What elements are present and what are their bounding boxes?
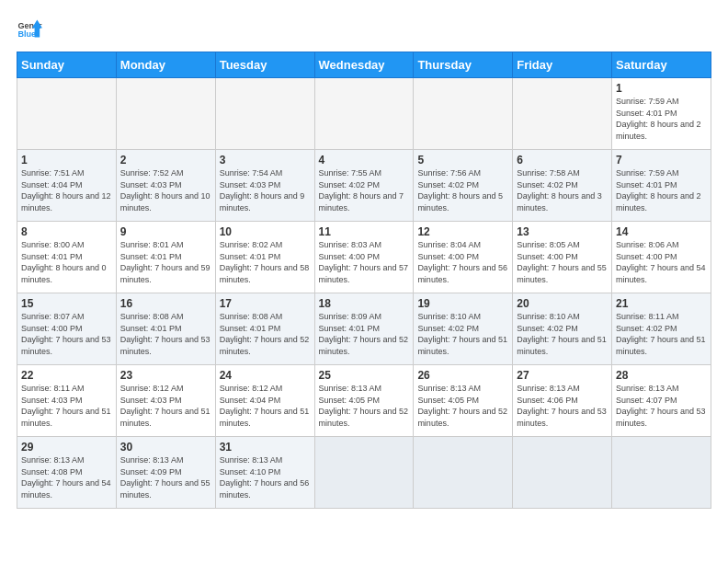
- day-number: 16: [120, 297, 211, 310]
- day-number: 10: [220, 225, 311, 238]
- day-info: Sunrise: 8:12 AM Sunset: 4:03 PM Dayligh…: [120, 383, 211, 429]
- calendar-cell: 27 Sunrise: 8:13 AM Sunset: 4:06 PM Dayl…: [513, 365, 612, 437]
- calendar-cell: 18 Sunrise: 8:09 AM Sunset: 4:01 PM Dayl…: [314, 293, 414, 365]
- calendar-cell: 6 Sunrise: 7:58 AM Sunset: 4:02 PM Dayli…: [513, 150, 612, 222]
- day-info: Sunrise: 8:06 AM Sunset: 4:00 PM Dayligh…: [616, 239, 707, 285]
- day-info: Sunrise: 8:01 AM Sunset: 4:01 PM Dayligh…: [120, 239, 211, 285]
- day-info: Sunrise: 8:13 AM Sunset: 4:06 PM Dayligh…: [517, 383, 608, 429]
- day-info: Sunrise: 7:59 AM Sunset: 4:01 PM Dayligh…: [616, 96, 707, 142]
- day-number: 23: [120, 369, 211, 382]
- day-info: Sunrise: 8:08 AM Sunset: 4:01 PM Dayligh…: [220, 311, 311, 357]
- day-info: Sunrise: 8:09 AM Sunset: 4:01 PM Dayligh…: [319, 311, 410, 357]
- calendar-cell: 29 Sunrise: 8:13 AM Sunset: 4:08 PM Dayl…: [17, 437, 117, 509]
- day-number: 14: [616, 225, 707, 238]
- day-info: Sunrise: 8:11 AM Sunset: 4:02 PM Dayligh…: [616, 311, 707, 357]
- calendar-cell: 30 Sunrise: 8:13 AM Sunset: 4:09 PM Dayl…: [116, 437, 215, 509]
- calendar-cell: [215, 78, 314, 150]
- calendar-cell: 8 Sunrise: 8:00 AM Sunset: 4:01 PM Dayli…: [17, 222, 117, 293]
- day-number: 18: [319, 297, 410, 310]
- day-number: 1: [616, 82, 707, 95]
- page: General Blue SundayMondayTuesdayWednesda…: [0, 0, 728, 518]
- logo-icon: General Blue: [17, 17, 42, 42]
- column-header-wednesday: Wednesday: [314, 52, 414, 78]
- day-info: Sunrise: 8:10 AM Sunset: 4:02 PM Dayligh…: [417, 311, 508, 357]
- day-info: Sunrise: 7:52 AM Sunset: 4:03 PM Dayligh…: [120, 167, 211, 213]
- calendar-cell: 10 Sunrise: 8:02 AM Sunset: 4:01 PM Dayl…: [215, 222, 314, 293]
- calendar-cell: 9 Sunrise: 8:01 AM Sunset: 4:01 PM Dayli…: [116, 222, 215, 293]
- logo: General Blue: [17, 17, 42, 42]
- day-number: 7: [616, 154, 707, 167]
- calendar-cell: 1 Sunrise: 7:59 AM Sunset: 4:01 PM Dayli…: [612, 78, 711, 150]
- day-info: Sunrise: 8:04 AM Sunset: 4:00 PM Dayligh…: [417, 239, 508, 285]
- day-info: Sunrise: 8:12 AM Sunset: 4:04 PM Dayligh…: [220, 383, 311, 429]
- day-info: Sunrise: 7:51 AM Sunset: 4:04 PM Dayligh…: [21, 167, 112, 213]
- day-info: Sunrise: 7:56 AM Sunset: 4:02 PM Dayligh…: [417, 167, 508, 213]
- day-number: 31: [220, 441, 311, 454]
- column-header-friday: Friday: [513, 52, 612, 78]
- calendar-cell: 13 Sunrise: 8:05 AM Sunset: 4:00 PM Dayl…: [513, 222, 612, 293]
- day-info: Sunrise: 8:13 AM Sunset: 4:05 PM Dayligh…: [319, 383, 410, 429]
- calendar-cell: 16 Sunrise: 8:08 AM Sunset: 4:01 PM Dayl…: [116, 293, 215, 365]
- calendar-cell: 11 Sunrise: 8:03 AM Sunset: 4:00 PM Dayl…: [314, 222, 414, 293]
- calendar-cell: 19 Sunrise: 8:10 AM Sunset: 4:02 PM Dayl…: [414, 293, 513, 365]
- calendar-cell: 4 Sunrise: 7:55 AM Sunset: 4:02 PM Dayli…: [314, 150, 414, 222]
- day-info: Sunrise: 7:54 AM Sunset: 4:03 PM Dayligh…: [220, 167, 311, 213]
- calendar-cell: 3 Sunrise: 7:54 AM Sunset: 4:03 PM Dayli…: [215, 150, 314, 222]
- day-info: Sunrise: 8:13 AM Sunset: 4:09 PM Dayligh…: [120, 454, 211, 500]
- calendar-cell: 28 Sunrise: 8:13 AM Sunset: 4:07 PM Dayl…: [612, 365, 711, 437]
- day-number: 6: [517, 154, 608, 167]
- day-number: 8: [21, 225, 112, 238]
- calendar-cell: [414, 437, 513, 509]
- day-info: Sunrise: 8:08 AM Sunset: 4:01 PM Dayligh…: [120, 311, 211, 357]
- day-info: Sunrise: 8:02 AM Sunset: 4:01 PM Dayligh…: [220, 239, 311, 285]
- day-number: 29: [21, 441, 112, 454]
- calendar-cell: 24 Sunrise: 8:12 AM Sunset: 4:04 PM Dayl…: [215, 365, 314, 437]
- day-number: 21: [616, 297, 707, 310]
- day-info: Sunrise: 8:03 AM Sunset: 4:00 PM Dayligh…: [319, 239, 410, 285]
- day-number: 4: [319, 154, 410, 167]
- day-info: Sunrise: 8:10 AM Sunset: 4:02 PM Dayligh…: [517, 311, 608, 357]
- calendar-cell: 14 Sunrise: 8:06 AM Sunset: 4:00 PM Dayl…: [612, 222, 711, 293]
- day-number: 26: [417, 369, 508, 382]
- day-number: 25: [319, 369, 410, 382]
- day-number: 24: [220, 369, 311, 382]
- column-header-saturday: Saturday: [612, 52, 711, 78]
- day-info: Sunrise: 8:13 AM Sunset: 4:07 PM Dayligh…: [616, 383, 707, 429]
- calendar-cell: [513, 437, 612, 509]
- calendar-cell: 15 Sunrise: 8:07 AM Sunset: 4:00 PM Dayl…: [17, 293, 117, 365]
- day-number: 20: [517, 297, 608, 310]
- day-number: 2: [120, 154, 211, 167]
- calendar-cell: 5 Sunrise: 7:56 AM Sunset: 4:02 PM Dayli…: [414, 150, 513, 222]
- column-header-thursday: Thursday: [414, 52, 513, 78]
- day-number: 27: [517, 369, 608, 382]
- day-number: 28: [616, 369, 707, 382]
- calendar-table: SundayMondayTuesdayWednesdayThursdayFrid…: [17, 52, 711, 509]
- calendar-cell: 26 Sunrise: 8:13 AM Sunset: 4:05 PM Dayl…: [414, 365, 513, 437]
- day-info: Sunrise: 7:59 AM Sunset: 4:01 PM Dayligh…: [616, 167, 707, 213]
- calendar-cell: 12 Sunrise: 8:04 AM Sunset: 4:00 PM Dayl…: [414, 222, 513, 293]
- calendar-cell: 7 Sunrise: 7:59 AM Sunset: 4:01 PM Dayli…: [612, 150, 711, 222]
- day-info: Sunrise: 8:05 AM Sunset: 4:00 PM Dayligh…: [517, 239, 608, 285]
- day-number: 22: [21, 369, 112, 382]
- calendar-cell: 22 Sunrise: 8:11 AM Sunset: 4:03 PM Dayl…: [17, 365, 117, 437]
- day-info: Sunrise: 8:13 AM Sunset: 4:05 PM Dayligh…: [417, 383, 508, 429]
- day-number: 1: [21, 154, 112, 167]
- header: General Blue: [17, 17, 711, 42]
- day-info: Sunrise: 8:11 AM Sunset: 4:03 PM Dayligh…: [21, 383, 112, 429]
- day-number: 30: [120, 441, 211, 454]
- calendar-cell: [414, 78, 513, 150]
- calendar-cell: 17 Sunrise: 8:08 AM Sunset: 4:01 PM Dayl…: [215, 293, 314, 365]
- day-number: 19: [417, 297, 508, 310]
- calendar-cell: 25 Sunrise: 8:13 AM Sunset: 4:05 PM Dayl…: [314, 365, 414, 437]
- calendar-cell: 1 Sunrise: 7:51 AM Sunset: 4:04 PM Dayli…: [17, 150, 117, 222]
- day-info: Sunrise: 7:55 AM Sunset: 4:02 PM Dayligh…: [319, 167, 410, 213]
- svg-text:Blue: Blue: [17, 29, 36, 39]
- calendar-cell: [314, 78, 414, 150]
- day-number: 15: [21, 297, 112, 310]
- column-header-sunday: Sunday: [17, 52, 117, 78]
- day-info: Sunrise: 8:07 AM Sunset: 4:00 PM Dayligh…: [21, 311, 112, 357]
- calendar-cell: [17, 78, 117, 150]
- day-number: 3: [220, 154, 311, 167]
- calendar-cell: 2 Sunrise: 7:52 AM Sunset: 4:03 PM Dayli…: [116, 150, 215, 222]
- calendar-cell: 20 Sunrise: 8:10 AM Sunset: 4:02 PM Dayl…: [513, 293, 612, 365]
